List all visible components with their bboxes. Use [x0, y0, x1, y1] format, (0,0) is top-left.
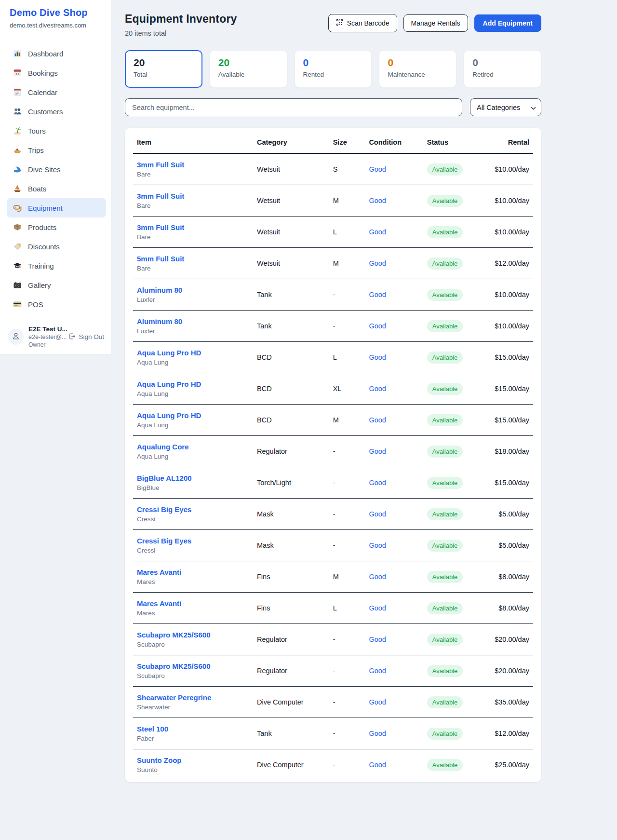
- item-name-link[interactable]: Aluminum 80: [137, 286, 249, 294]
- rental-cell: $15.00/day: [485, 405, 533, 436]
- condition-link[interactable]: Good: [369, 291, 386, 298]
- item-name-link[interactable]: Steel 100: [137, 725, 249, 733]
- column-header-size[interactable]: Size: [329, 129, 365, 153]
- item-name-link[interactable]: Aqua Lung Pro HD: [137, 349, 249, 357]
- column-header-status[interactable]: Status: [423, 129, 485, 153]
- item-name-link[interactable]: Cressi Big Eyes: [137, 505, 249, 514]
- stat-card-maintenance[interactable]: 0Maintenance: [379, 50, 456, 88]
- condition-link[interactable]: Good: [369, 447, 386, 455]
- condition-link[interactable]: Good: [369, 353, 386, 361]
- category-cell: Wetsuit: [253, 153, 329, 185]
- app-root: Demo Dive Shop demo.test.divestreams.com…: [0, 0, 617, 797]
- table-row: Suunto ZoopSuuntoDive Computer-GoodAvail…: [133, 749, 533, 781]
- item-name-link[interactable]: Aqua Lung Pro HD: [137, 380, 249, 388]
- category-cell: Tank: [253, 311, 329, 342]
- item-name-link[interactable]: 5mm Full Suit: [137, 255, 249, 263]
- category-select[interactable]: All Categories: [470, 98, 541, 116]
- size-cell: -: [329, 749, 365, 781]
- size-cell: -: [329, 311, 365, 342]
- condition-link[interactable]: Good: [369, 165, 386, 173]
- condition-cell: Good: [365, 311, 423, 342]
- stat-card-rented[interactable]: 0Rented: [295, 50, 372, 88]
- status-cell: Available: [423, 499, 485, 530]
- category-cell: Regulator: [253, 624, 329, 655]
- sidebar-item-training[interactable]: Training: [7, 256, 106, 275]
- item-name-link[interactable]: 3mm Full Suit: [137, 192, 249, 200]
- sidebar-item-equipment[interactable]: Equipment: [7, 198, 106, 217]
- item-name-link[interactable]: 3mm Full Suit: [137, 223, 249, 231]
- stat-card-available[interactable]: 20Available: [210, 50, 287, 88]
- item-name-link[interactable]: Suunto Zoop: [137, 756, 249, 764]
- stat-card-total[interactable]: 20Total: [125, 50, 202, 88]
- item-name-link[interactable]: Aqua Lung Pro HD: [137, 411, 249, 420]
- sidebar-item-dive-sites[interactable]: Dive Sites: [7, 160, 106, 179]
- sidebar-item-customers[interactable]: Customers: [7, 102, 106, 121]
- item-name-link[interactable]: Scubapro MK25/S600: [137, 662, 249, 670]
- item-brand: Aqua Lung: [137, 359, 249, 366]
- scan-barcode-button[interactable]: Scan Barcode: [328, 14, 397, 32]
- manage-rentals-button[interactable]: Manage Rentals: [403, 14, 468, 32]
- column-header-condition[interactable]: Condition: [365, 129, 423, 153]
- condition-link[interactable]: Good: [369, 385, 386, 393]
- sidebar-item-label: Trips: [28, 146, 44, 154]
- item-name-link[interactable]: 3mm Full Suit: [137, 161, 249, 169]
- column-header-rental[interactable]: Rental: [485, 129, 533, 153]
- condition-link[interactable]: Good: [369, 416, 386, 424]
- sidebar-item-trips[interactable]: Trips: [7, 140, 106, 160]
- condition-link[interactable]: Good: [369, 479, 386, 487]
- table-row: Mares AvantiMaresFinsMGoodAvailable$8.00…: [133, 561, 533, 593]
- search-input[interactable]: [125, 98, 462, 116]
- item-name-link[interactable]: Cressi Big Eyes: [137, 537, 249, 545]
- sidebar-item-bookings[interactable]: 17Bookings: [7, 63, 106, 82]
- item-brand: Faber: [137, 735, 249, 742]
- scan-barcode-label: Scan Barcode: [347, 19, 389, 27]
- sidebar-item-calendar[interactable]: Calendar: [7, 82, 106, 102]
- item-name-link[interactable]: Aqualung Core: [137, 443, 249, 451]
- condition-link[interactable]: Good: [369, 730, 386, 737]
- sidebar-item-label: Discounts: [28, 243, 60, 251]
- item-name-link[interactable]: Aluminum 80: [137, 317, 249, 325]
- column-header-item[interactable]: Item: [133, 129, 253, 153]
- condition-link[interactable]: Good: [369, 322, 386, 330]
- size-cell: -: [329, 467, 365, 499]
- condition-link[interactable]: Good: [369, 197, 386, 204]
- sidebar-item-dashboard[interactable]: Dashboard: [7, 44, 106, 63]
- item-name-link[interactable]: Mares Avanti: [137, 568, 249, 576]
- sidebar-item-tours[interactable]: Tours: [7, 121, 106, 140]
- brand-title[interactable]: Demo Dive Shop: [10, 7, 101, 18]
- sidebar-item-discounts[interactable]: Discounts: [7, 237, 106, 256]
- condition-cell: Good: [365, 153, 423, 185]
- sidebar-item-products[interactable]: Products: [7, 217, 106, 237]
- item-name-link[interactable]: Scubapro MK25/S600: [137, 631, 249, 639]
- condition-link[interactable]: Good: [369, 698, 386, 706]
- item-cell: Aqua Lung Pro HDAqua Lung: [133, 373, 253, 405]
- condition-link[interactable]: Good: [369, 542, 386, 549]
- condition-link[interactable]: Good: [369, 636, 386, 643]
- equipment-table-card: ItemCategorySizeConditionStatusRental 3m…: [125, 128, 541, 782]
- stat-card-retired[interactable]: 0Retired: [464, 50, 541, 88]
- sidebar-item-boats[interactable]: Boats: [7, 179, 106, 198]
- item-name-link[interactable]: Mares Avanti: [137, 599, 249, 608]
- stat-value: 0: [472, 57, 533, 68]
- sidebar-item-gallery[interactable]: Gallery: [7, 275, 106, 295]
- sidebar-item-pos[interactable]: POS: [7, 295, 106, 314]
- condition-link[interactable]: Good: [369, 604, 386, 612]
- column-header-category[interactable]: Category: [253, 129, 329, 153]
- sign-out-button[interactable]: Sign Out: [68, 333, 104, 341]
- size-cell: M: [329, 405, 365, 436]
- item-name-link[interactable]: Shearwater Peregrine: [137, 693, 249, 702]
- add-equipment-button[interactable]: Add Equipment: [474, 14, 541, 32]
- condition-link[interactable]: Good: [369, 667, 386, 675]
- condition-link[interactable]: Good: [369, 510, 386, 518]
- item-cell: Aqua Lung Pro HDAqua Lung: [133, 342, 253, 373]
- rental-cell: $10.00/day: [485, 311, 533, 342]
- item-name-link[interactable]: BigBlue AL1200: [137, 474, 249, 482]
- condition-link[interactable]: Good: [369, 228, 386, 236]
- condition-cell: Good: [365, 279, 423, 311]
- condition-link[interactable]: Good: [369, 573, 386, 581]
- condition-cell: Good: [365, 687, 423, 718]
- condition-link[interactable]: Good: [369, 761, 386, 769]
- rental-cell: $20.00/day: [485, 655, 533, 687]
- table-row: Scubapro MK25/S600ScubaproRegulator-Good…: [133, 655, 533, 687]
- condition-link[interactable]: Good: [369, 259, 386, 267]
